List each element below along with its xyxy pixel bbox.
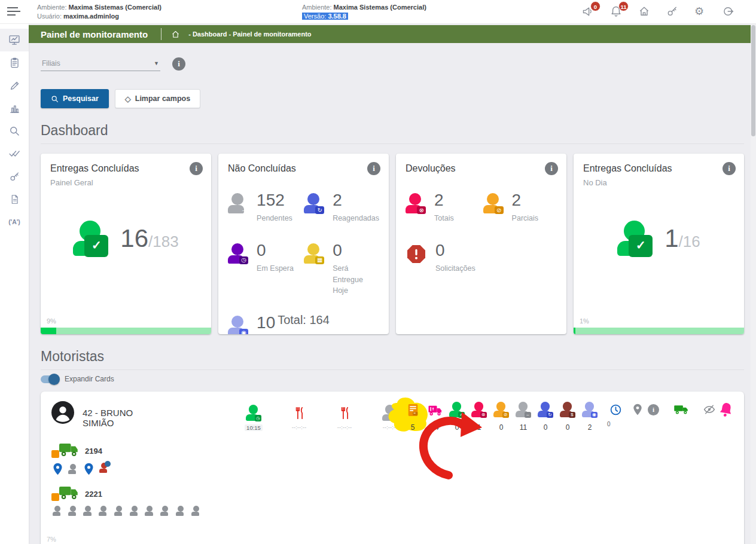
sidebar-item-edit[interactable]: [0, 74, 29, 97]
restaurant-icon: [338, 406, 351, 420]
divider: [41, 143, 744, 144]
alert-octagon-icon: [406, 243, 427, 265]
sidebar-item-reports[interactable]: [0, 97, 29, 120]
dashboard-heading: Dashboard: [41, 123, 744, 139]
driver-avatar: [51, 401, 74, 424]
truck-magenta-icon: [426, 404, 443, 418]
map-pin-icon[interactable]: [633, 401, 642, 418]
user-value: maxima.adminlog: [63, 13, 119, 20]
user-label: Usuário:: [37, 13, 62, 20]
settings-gear-icon[interactable]: ⚙: [694, 5, 706, 17]
counter-concluded[interactable]: ✓ 0: [449, 401, 465, 432]
driver-info-icon[interactable]: i: [648, 401, 659, 418]
checkin-lunch-end[interactable]: --:--:--: [330, 405, 359, 432]
hide-eye-icon[interactable]: [703, 401, 716, 418]
env-label: Ambiente:: [37, 4, 67, 11]
pesquisar-button[interactable]: Pesquisar: [41, 89, 109, 108]
key-icon[interactable]: [666, 5, 678, 17]
limpar-campos-button[interactable]: ◇ Limpar campos: [115, 89, 200, 108]
sidebar-item-broadcast[interactable]: ('A'): [0, 210, 29, 233]
titlebar-divider: [161, 28, 161, 40]
breadcrumb-home-icon[interactable]: [171, 30, 180, 39]
person-check-icon: ✓: [73, 221, 108, 257]
invoice-icon: [406, 402, 420, 418]
stat-solicitacoes: 0Solicitações: [406, 242, 480, 274]
toggle-label: Expandir Cards: [65, 375, 114, 383]
vehicle-truck-icon[interactable]: [673, 401, 689, 418]
counter-returned-total[interactable]: ⊗ 1: [471, 401, 487, 432]
card-title: Entregas Concluídas: [50, 163, 202, 174]
passenger-icon: [53, 506, 63, 516]
announcements-icon[interactable]: 0: [582, 5, 594, 17]
driver-counters: 5 14 ✓ 0 ⊗ 1: [404, 401, 733, 432]
restaurant-icon: [292, 406, 306, 420]
expandir-cards-toggle[interactable]: [41, 375, 59, 383]
filiais-info-icon[interactable]: i: [172, 57, 185, 71]
stat-totais: ⊗ 2Totais: [406, 192, 480, 224]
sidebar-item-search[interactable]: [0, 120, 29, 142]
person-rescheduled-icon: ↻: [304, 193, 324, 214]
topbar: Ambiente: Maxima Sistemas (Comercial) Us…: [0, 0, 756, 24]
passenger-icon: [68, 464, 78, 474]
sidebar-item-document[interactable]: [0, 188, 29, 210]
counter-in-route-truck[interactable]: 14: [426, 401, 443, 432]
passenger-icon: [114, 506, 124, 516]
info-icon[interactable]: i: [723, 162, 736, 175]
driver-name: 42 - BRUNO SIMIÃO: [83, 408, 150, 428]
person-alert-icon: [99, 463, 109, 475]
counter-pending[interactable]: ‒ 11: [515, 401, 532, 432]
counter-payments[interactable]: $ 0: [559, 401, 576, 432]
truck-package-icon: [51, 442, 79, 460]
counter-invoices[interactable]: 5: [404, 401, 421, 432]
bar-chart-icon: [9, 103, 20, 114]
map-pin-icon[interactable]: [84, 463, 94, 475]
notifications-icon[interactable]: 11: [610, 5, 622, 17]
document-icon: [10, 194, 20, 205]
counter-checkin[interactable]: ◉ 2: [581, 401, 598, 432]
checkin-lunch-start[interactable]: --:--:--: [285, 405, 313, 432]
notification-bell-icon[interactable]: [719, 401, 733, 418]
info-icon[interactable]: i: [367, 162, 380, 175]
delivered-total: /183: [148, 233, 179, 250]
card-entregas-concluidas-geral: Entregas Concluídas Painel Geral i ✓ 16/…: [41, 154, 211, 334]
menu-icon[interactable]: [7, 7, 20, 17]
scrollbar-thumb[interactable]: [751, 25, 755, 136]
percent-label: 1%: [580, 317, 589, 325]
counter-rescheduled[interactable]: ↻ 0: [537, 401, 554, 432]
stat-parciais: ⊘ 2Parciais: [483, 192, 557, 224]
filiais-select[interactable]: ▼: [41, 56, 160, 71]
clipboard-icon: [9, 57, 20, 69]
card-title: Não Concluídas: [228, 163, 379, 174]
counter-time[interactable]: 0: [607, 401, 624, 427]
info-icon[interactable]: i: [190, 162, 203, 175]
notifications-badge: 11: [618, 1, 629, 11]
key-icon: [9, 171, 20, 182]
sidebar-item-monitor[interactable]: [0, 29, 29, 51]
card-total: Total: 164: [218, 313, 389, 327]
counter-returned-partial[interactable]: ⊘ 0: [493, 401, 510, 432]
page-title: Painel de monitoramento: [41, 29, 148, 39]
sidebar: ('A'): [0, 24, 29, 544]
card-entregas-concluidas-dia: Entregas Concluídas No Dia i ✓ 1/16 1%: [574, 154, 744, 334]
person-check-icon: ✓: [617, 221, 653, 257]
divider: [41, 369, 744, 370]
stat-reagendadas: ↻ 2Reagendadas: [304, 192, 379, 224]
logout-icon[interactable]: [723, 5, 734, 17]
home-icon[interactable]: [638, 5, 650, 17]
card-subtitle: No Dia: [583, 178, 734, 187]
map-pin-icon[interactable]: [53, 463, 63, 475]
environment-info: Ambiente: Maxima Sistemas (Comercial) Us…: [37, 3, 161, 21]
info-icon[interactable]: i: [545, 162, 558, 175]
stat-pendentes: ‒ 152Pendentes: [228, 192, 300, 224]
checkin-start[interactable]: ◷ 10:15: [239, 405, 268, 432]
scrollbar-track[interactable]: [751, 24, 756, 544]
sidebar-item-tools[interactable]: [0, 165, 29, 188]
env-value: Maxima Sistemas (Comercial): [69, 4, 161, 11]
breadcrumb: - Dashboard - Painel de monitoramento: [188, 30, 311, 38]
vehicle-code: 2194: [85, 447, 102, 456]
sidebar-item-clipboard[interactable]: [0, 51, 29, 74]
driver-checkins: ◷ 10:15 --:--:-- --:--:-- ◷: [239, 405, 404, 432]
driver-percent-label: 7%: [47, 536, 56, 543]
filiais-input[interactable]: [42, 59, 138, 68]
sidebar-item-tasks[interactable]: [0, 142, 29, 165]
